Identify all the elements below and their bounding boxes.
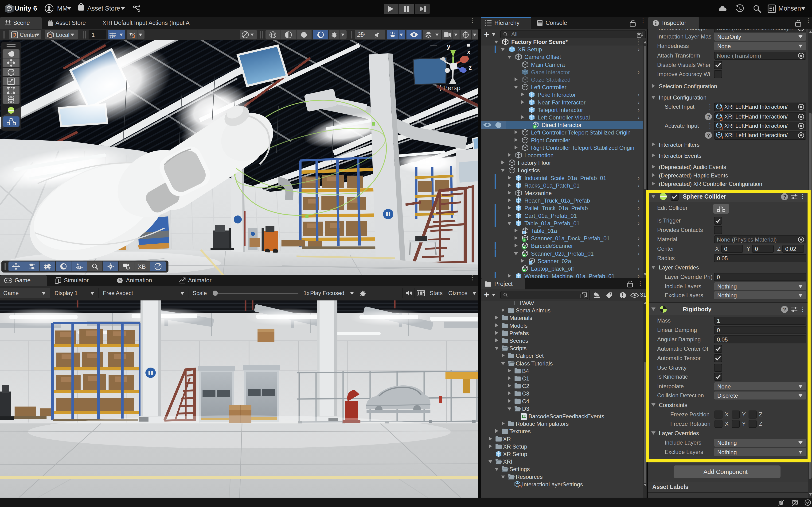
svg-text:{}: {} bbox=[719, 136, 723, 139]
svg-text:{}: {} bbox=[719, 126, 723, 130]
svg-text:z: z bbox=[469, 64, 472, 71]
svg-text:{}: {} bbox=[719, 117, 723, 121]
svg-text:?: ? bbox=[707, 132, 710, 138]
svg-text:?: ? bbox=[707, 114, 710, 120]
svg-text:x: x bbox=[467, 48, 471, 55]
svg-text:y: y bbox=[447, 44, 450, 50]
svg-text:{}: {} bbox=[719, 107, 723, 111]
svg-text:Y: Y bbox=[113, 35, 115, 38]
svg-text:{}: {} bbox=[518, 485, 522, 488]
